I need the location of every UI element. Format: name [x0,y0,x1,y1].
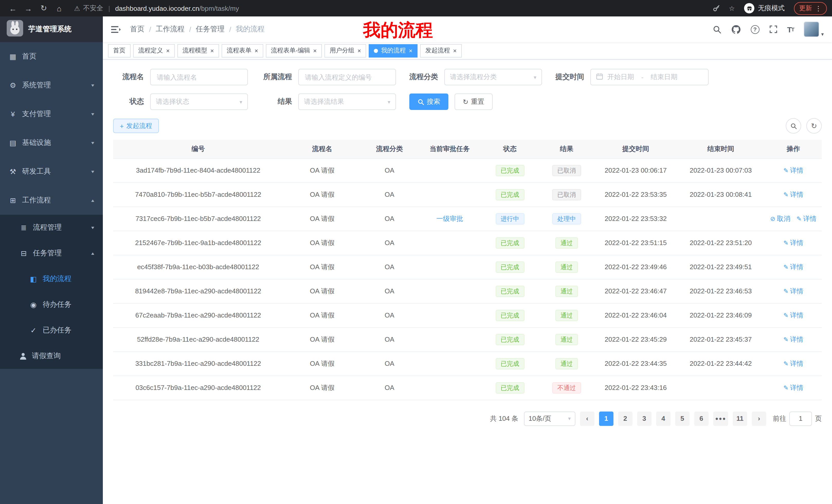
page-button[interactable]: 3 [637,411,651,426]
prev-page-button[interactable]: ‹ [580,411,594,426]
result-select[interactable]: 请选择流结果 ▾ [298,93,396,110]
bookmark-star-icon[interactable]: ☆ [729,4,735,12]
hamburger-icon[interactable] [111,24,121,34]
goto-page-input[interactable] [789,411,812,426]
cell-current-task [418,352,482,375]
font-size-icon[interactable]: TT [787,25,794,34]
browser-reload-icon[interactable]: ↻ [36,4,51,13]
close-icon[interactable]: × [313,48,317,54]
action-label: 取消 [777,214,790,223]
app-logo [7,20,23,38]
detail-action-link[interactable]: ✎详情 [783,383,803,392]
next-page-button[interactable]: › [752,411,766,426]
fullscreen-icon[interactable] [769,25,777,33]
status-tag: 已完成 [495,237,524,248]
submit-time-range-picker[interactable]: 开始日期 - 结束日期 [590,69,709,85]
status-select[interactable]: 请选择状态 ▾ [150,93,248,110]
detail-action-link[interactable]: ✎详情 [783,166,803,175]
cell-category: OA [361,375,418,400]
tab-user-group[interactable]: 用户分组× [324,44,366,57]
password-key-icon[interactable] [712,4,721,12]
close-icon[interactable]: × [409,48,412,54]
cell-result: 已取消 [538,158,595,183]
process-def-input[interactable] [298,69,396,85]
refresh-icon: ↻ [463,98,468,106]
close-icon[interactable]: × [453,48,457,54]
sidebar-item-done-task[interactable]: ✓已办任务 [0,317,103,343]
breadcrumb-item[interactable]: 工作流程 [156,25,185,34]
search-button[interactable]: 搜索 [409,93,448,110]
incognito-icon [744,3,754,13]
reset-button[interactable]: ↻ 重置 [454,93,493,110]
address-bar[interactable]: dashboard.yudao.iocoder.cn/bpm/task/my [115,4,239,12]
sidebar-item-todo-task[interactable]: ◉待办任务 [0,292,103,317]
toggle-search-button[interactable] [786,118,801,134]
category-select[interactable]: 请选择流程分类 ▾ [444,69,542,85]
sidebar-item-devtools[interactable]: ⚒研发工具▾ [0,157,103,186]
site-security[interactable]: ⚠ 不安全 [74,4,103,13]
browser-forward-icon[interactable]: → [21,4,36,12]
page-button[interactable]: 2 [618,411,632,426]
browser-home-icon[interactable]: ⌂ [51,4,67,12]
process-name-input[interactable] [150,69,248,85]
detail-action-link[interactable]: ✎详情 [783,335,803,344]
page-button[interactable]: 5 [675,411,690,426]
cell-category: OA [361,183,418,206]
cell-actions: ✎详情 [765,255,822,279]
sidebar-item-system[interactable]: ⚙系统管理▾ [0,71,103,100]
detail-action-link[interactable]: ✎详情 [797,214,816,223]
close-icon[interactable]: × [210,48,214,54]
close-icon[interactable]: × [357,48,361,54]
result-tag: 通过 [555,358,578,369]
browser-menu-icon[interactable]: ⋮ [815,4,822,12]
sidebar-item-infra[interactable]: ▤基础设施▾ [0,129,103,157]
sidebar-item-home[interactable]: ▦首页 [0,42,103,71]
cell-result: 通过 [538,352,595,375]
cell-id: 819442e8-7b9a-11ec-a290-acde48001122 [113,279,283,303]
sidebar-item-process-mgmt[interactable]: ≣流程管理▾ [0,215,103,241]
column-header: 流程分类 [361,140,418,158]
help-icon[interactable]: ? [751,25,759,34]
start-process-button[interactable]: + 发起流程 [113,119,159,133]
breadcrumb-item[interactable]: 任务管理 [196,25,225,34]
page-button[interactable]: 1 [599,411,614,426]
header-search-icon[interactable] [712,25,721,34]
page-size-select[interactable]: 10条/页 ▾ [524,411,575,426]
cell-submit-time: 2022-01-22 23:53:35 [595,183,676,206]
sidebar-item-workflow[interactable]: ⊞工作流程▴ [0,186,103,215]
sidebar-item-leave-query[interactable]: 请假查询 [0,343,103,369]
github-icon[interactable] [731,24,741,34]
user-menu[interactable]: ▾ [804,22,824,37]
process-def-field[interactable] [304,73,390,81]
sidebar-item-payment[interactable]: ¥支付管理▾ [0,100,103,129]
sidebar-item-task-mgmt[interactable]: ⊟任务管理▴ [0,241,103,266]
page-button[interactable]: 11 [733,411,747,426]
cell-status: 已完成 [482,255,538,279]
close-icon[interactable]: × [255,48,258,54]
browser-back-icon[interactable]: ← [5,4,21,12]
detail-action-link[interactable]: ✎详情 [783,238,803,247]
sidebar-item-my-process[interactable]: ◧我的流程 [0,266,103,292]
detail-action-link[interactable]: ✎详情 [783,262,803,272]
tab-process-def[interactable]: 流程定义× [133,44,175,57]
tab-process-form-edit[interactable]: 流程表单-编辑× [266,44,322,57]
cancel-action-link[interactable]: ⊘取消 [770,214,790,223]
page-button[interactable]: 6 [694,411,709,426]
browser-update-button[interactable]: 更新 ⋮ [794,2,827,15]
page-button[interactable]: 4 [656,411,671,426]
tab-process-model[interactable]: 流程模型× [177,44,219,57]
tab-home[interactable]: 首页 [108,44,131,57]
tab-start-process[interactable]: 发起流程× [420,44,462,57]
current-task-link[interactable]: 一级审批 [436,214,463,223]
process-name-field[interactable] [156,73,242,81]
detail-action-link[interactable]: ✎详情 [783,359,803,368]
more-pages-button[interactable]: ●●● [713,411,728,426]
tab-my-process[interactable]: 我的流程× [369,44,418,57]
detail-action-link[interactable]: ✎详情 [783,311,803,320]
tab-process-form[interactable]: 流程表单× [222,44,263,57]
refresh-table-button[interactable]: ↻ [806,118,822,134]
breadcrumb-item[interactable]: 首页 [130,25,145,34]
close-icon[interactable]: × [166,48,170,54]
detail-action-link[interactable]: ✎详情 [783,190,803,199]
detail-action-link[interactable]: ✎详情 [783,286,803,296]
